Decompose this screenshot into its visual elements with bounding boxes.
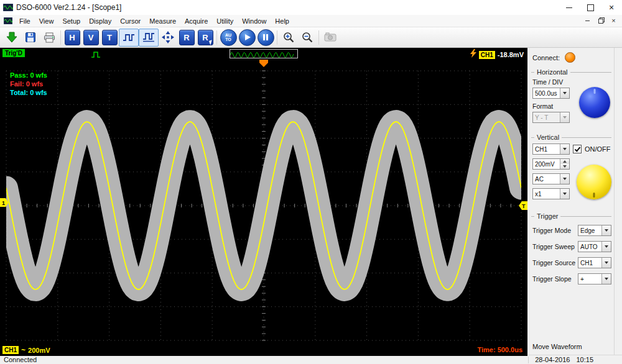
memory-preview[interactable]	[230, 49, 298, 58]
probe-select[interactable]: x1	[532, 188, 570, 199]
waveform-envelope	[6, 122, 521, 289]
statusbar-divider	[528, 357, 529, 363]
close-icon: ×	[609, 3, 614, 12]
vertical-group: Vertical CH1 ON/OFF 200mV	[531, 129, 611, 208]
menu-view[interactable]: View	[35, 15, 58, 27]
total-count: Total: 0 wfs	[10, 89, 47, 96]
zoom-out-icon	[301, 31, 313, 43]
trigger-level-marker[interactable]: T	[519, 201, 527, 210]
print-button[interactable]	[40, 29, 58, 46]
pause-icon	[263, 34, 268, 40]
ch1-scale-readout: 200mV	[28, 347, 50, 354]
trigger-position-marker[interactable]	[259, 60, 268, 67]
horizontal-knob[interactable]	[579, 87, 610, 118]
acquire-data-button[interactable]	[2, 29, 21, 46]
channel-select[interactable]: CH1	[532, 143, 570, 155]
spinner-arrows-icon[interactable]	[560, 159, 569, 169]
scope-bottom-bar: CH1 ~ 200mV Time: 500.0us	[0, 345, 527, 356]
dropdown-arrow-icon	[601, 225, 611, 235]
dropdown-arrow-icon	[560, 112, 569, 122]
waveform-record-button[interactable]	[139, 29, 159, 47]
fail-count: Fail: 0 wfs	[10, 80, 43, 88]
restore-icon	[598, 19, 603, 24]
vertical-setup-button[interactable]: V	[81, 29, 100, 46]
document-icon	[4, 17, 12, 24]
menu-window[interactable]: Window	[238, 15, 271, 27]
menu-setup[interactable]: Setup	[58, 15, 85, 27]
trigger-source-label: Trigger Source	[532, 259, 578, 266]
knob-notch	[593, 193, 595, 198]
toolbar-separator	[277, 30, 277, 45]
time-div-select[interactable]: 500.0us	[532, 88, 570, 99]
close-button[interactable]: ×	[601, 0, 622, 15]
toolbar-separator	[216, 30, 217, 45]
trig-status-badge: Trig'D	[2, 49, 25, 57]
horizontal-group-title: Horizontal	[531, 68, 611, 76]
window-title: DSO-6000 Ver2.1.24 - [Scope1]	[16, 3, 121, 12]
horizontal-setup-button[interactable]: H	[63, 29, 81, 46]
onoff-label: ON/OFF	[585, 145, 611, 153]
trig-channel-badge[interactable]: CH1	[479, 51, 495, 59]
pass-fail-button[interactable]	[119, 29, 139, 47]
snapshot-icon	[324, 32, 337, 42]
scope-display[interactable]: Pass: 0 wfs Fail: 0 wfs Total: 0 wfs 1 T	[0, 59, 527, 345]
trigger-source-select[interactable]: CH1	[578, 257, 611, 268]
toolbar: H V T R R AUTO	[0, 27, 622, 48]
mdi-close-button[interactable]: ×	[608, 17, 619, 25]
svg-text:1: 1	[2, 200, 5, 206]
trigger-group-title: Trigger	[531, 212, 611, 220]
menu-bar: File View Setup Display Cursor Measure A…	[0, 15, 622, 27]
autoset-button[interactable]: AUTO	[219, 29, 238, 46]
mdi-minimize-button[interactable]	[582, 17, 593, 25]
svg-text:T: T	[522, 203, 526, 209]
menu-file[interactable]: File	[15, 15, 35, 27]
minimize-button[interactable]	[559, 0, 580, 15]
menu-acquire[interactable]: Acquire	[180, 15, 212, 27]
pause-button[interactable]	[256, 29, 275, 46]
trigger-sweep-select[interactable]: AUTO	[578, 241, 611, 252]
timebase-readout: Time: 500.0us	[477, 346, 522, 353]
menu-utility[interactable]: Utility	[212, 15, 238, 27]
trigger-sweep-label: Trigger Sweep	[532, 243, 578, 250]
dropdown-arrow-icon	[560, 174, 569, 184]
pass-count: Pass: 0 wfs	[10, 71, 47, 79]
ch1-badge[interactable]: CH1	[2, 346, 19, 354]
vertical-group-title: Vertical	[531, 134, 611, 141]
connect-label: Connect:	[532, 54, 560, 61]
format-select: Y - T	[532, 112, 570, 123]
trigger-mode-select[interactable]: Edge	[578, 225, 611, 236]
zoom-out-button[interactable]	[298, 29, 317, 46]
control-panel: Connect: Horizontal Time / DIV 500.0us F…	[527, 48, 622, 355]
zoom-in-button[interactable]	[279, 29, 298, 46]
minimize-icon	[566, 7, 572, 8]
time-div-label: Time / DIV	[532, 78, 611, 86]
menu-display[interactable]: Display	[85, 15, 116, 27]
trigger-mode-label: Trigger Mode	[532, 227, 578, 234]
coupling-symbol: ~	[21, 347, 26, 354]
maximize-button[interactable]	[580, 0, 601, 15]
volts-div-spinner[interactable]: 200mV	[532, 158, 570, 170]
trigger-setup-button[interactable]: T	[100, 29, 119, 46]
play-icon	[245, 34, 251, 40]
menu-help[interactable]: Help	[271, 15, 294, 27]
autoscale-button[interactable]	[159, 29, 177, 46]
connect-button[interactable]	[565, 52, 575, 63]
title-bar: DSO-6000 Ver2.1.24 - [Scope1] ×	[0, 0, 622, 15]
refresh-button[interactable]: R	[177, 29, 196, 46]
dropdown-arrow-icon	[560, 88, 569, 98]
remote-button[interactable]: R	[196, 29, 215, 46]
run-button[interactable]	[238, 29, 256, 46]
trigger-slope-select[interactable]: +	[578, 273, 611, 284]
menu-cursor[interactable]: Cursor	[116, 15, 145, 27]
menu-measure[interactable]: Measure	[145, 15, 180, 27]
dropdown-arrow-icon	[560, 144, 569, 154]
coupling-select[interactable]: AC	[532, 173, 570, 184]
toolbar-separator	[60, 30, 61, 45]
mdi-restore-button[interactable]	[595, 17, 606, 25]
save-button[interactable]	[21, 29, 40, 46]
vertical-knob[interactable]	[577, 165, 611, 199]
panel-scroll-track[interactable]	[614, 48, 615, 355]
channel-onoff-checkbox[interactable]	[573, 145, 582, 153]
status-time: 10:15	[576, 356, 593, 363]
move-waveform-label: Move Waveform	[531, 342, 611, 353]
